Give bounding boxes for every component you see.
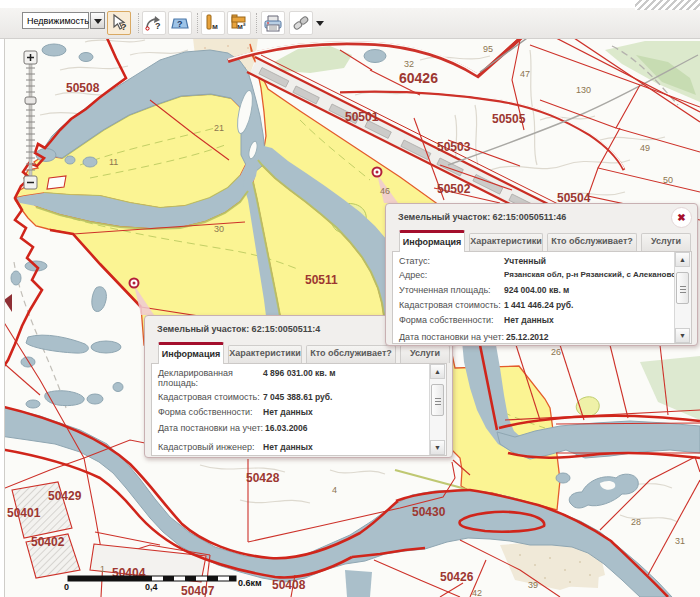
svg-text:50508: 50508 [66, 81, 100, 95]
svg-text:м²: м² [237, 22, 246, 31]
svg-text:0: 0 [64, 582, 69, 592]
svg-text:?: ? [155, 21, 161, 31]
svg-text:30: 30 [214, 224, 224, 234]
svg-text:46: 46 [380, 186, 390, 196]
svg-text:28: 28 [631, 517, 641, 527]
svg-text:39: 39 [528, 580, 538, 590]
svg-text:50430: 50430 [412, 505, 446, 519]
svg-text:50408: 50408 [272, 578, 306, 592]
svg-text:42: 42 [472, 588, 482, 597]
svg-text:50: 50 [663, 175, 673, 185]
svg-text:50429: 50429 [48, 489, 82, 503]
svg-text:м: м [212, 22, 218, 31]
svg-text:50503: 50503 [437, 140, 471, 154]
svg-text:130: 130 [576, 85, 591, 95]
svg-text:?: ? [177, 19, 183, 29]
svg-text:47: 47 [520, 69, 530, 79]
svg-text:50426: 50426 [440, 570, 474, 584]
svg-text:95: 95 [483, 44, 493, 54]
svg-text:21: 21 [214, 123, 224, 133]
svg-text:?: ? [121, 22, 127, 32]
svg-text:26: 26 [551, 347, 561, 357]
svg-text:50511: 50511 [305, 273, 338, 287]
svg-text:60426: 60426 [399, 70, 438, 86]
svg-text:1: 1 [100, 564, 105, 574]
svg-text:0.6км: 0.6км [238, 578, 262, 588]
svg-text:4: 4 [332, 485, 337, 495]
svg-text:50505: 50505 [492, 112, 526, 126]
svg-text:50407: 50407 [181, 584, 215, 597]
svg-text:32: 32 [404, 59, 414, 69]
svg-text:50501: 50501 [345, 110, 379, 124]
svg-text:50402: 50402 [31, 535, 65, 549]
svg-text:31: 31 [675, 536, 685, 546]
svg-text:50401: 50401 [7, 506, 41, 520]
svg-text:50502: 50502 [437, 182, 471, 196]
svg-text:11: 11 [109, 157, 118, 167]
svg-text:50428: 50428 [246, 471, 280, 485]
svg-text:0,4: 0,4 [145, 582, 158, 592]
svg-text:49: 49 [640, 143, 650, 153]
